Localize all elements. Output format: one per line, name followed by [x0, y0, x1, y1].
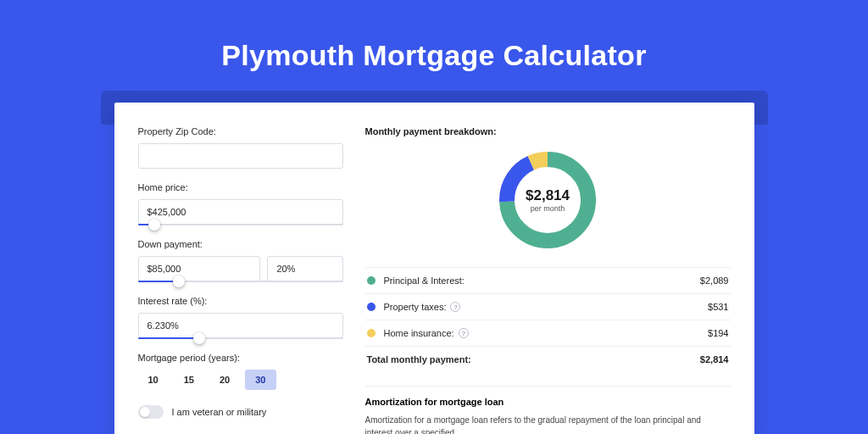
donut-center: $2,814 per month [496, 148, 599, 252]
breakdown-value: $531 [708, 302, 728, 312]
period-option-10[interactable]: 10 [138, 370, 169, 390]
info-icon[interactable]: ? [450, 302, 460, 312]
breakdown-title: Monthly payment breakdown: [365, 126, 731, 136]
breakdown-value: $2,089 [700, 275, 729, 286]
veteran-toggle[interactable] [138, 405, 164, 419]
breakdown-list: Principal & Interest:$2,089Property taxe… [365, 267, 731, 372]
breakdown-row: Property taxes:?$531 [365, 294, 731, 320]
amortization-text: Amortization for a mortgage loan refers … [365, 414, 731, 434]
period-label: Mortgage period (years): [138, 353, 343, 363]
breakdown-label: Home insurance:? [384, 328, 709, 338]
period-options: 10152030 [138, 370, 343, 390]
inputs-column: Property Zip Code: Home price: Down paym… [138, 126, 343, 434]
donut-wrap: $2,814 per month [365, 148, 731, 267]
breakdown-row: Home insurance:?$194 [365, 320, 731, 347]
amortization-section: Amortization for mortgage loan Amortizat… [365, 386, 731, 434]
page-title: Plymouth Mortgage Calculator [0, 0, 868, 91]
breakdown-row: Principal & Interest:$2,089 [365, 268, 731, 294]
down-payment-slider-thumb[interactable] [173, 275, 185, 287]
home-price-slider[interactable] [138, 224, 343, 225]
interest-rate-slider-fill [138, 337, 200, 339]
amortization-title: Amortization for mortgage loan [365, 397, 731, 407]
down-payment-slider[interactable] [138, 281, 343, 282]
calculator-card: Property Zip Code: Home price: Down paym… [114, 103, 754, 434]
interest-rate-slider[interactable] [138, 337, 343, 339]
home-price-slider-thumb[interactable] [148, 219, 160, 231]
veteran-row: I am veteran or military [138, 405, 343, 419]
down-payment-percent-input[interactable] [267, 256, 342, 281]
period-group: Mortgage period (years): 10152030 [138, 353, 343, 390]
breakdown-total-label: Total monthly payment: [367, 354, 700, 364]
home-price-input[interactable] [138, 199, 343, 225]
zip-input[interactable] [138, 143, 343, 169]
period-option-30[interactable]: 30 [245, 370, 275, 390]
breakdown-total-value: $2,814 [700, 354, 729, 364]
period-option-20[interactable]: 20 [209, 370, 240, 390]
legend-dot [367, 276, 376, 285]
breakdown-column: Monthly payment breakdown: $2,814 per mo… [365, 126, 731, 434]
interest-rate-input[interactable] [138, 313, 343, 338]
home-price-group: Home price: [138, 182, 343, 225]
down-payment-amount-input[interactable] [138, 256, 261, 281]
down-payment-group: Down payment: [138, 239, 343, 282]
breakdown-value: $194 [708, 328, 728, 338]
interest-rate-slider-thumb[interactable] [193, 332, 205, 344]
legend-dot [367, 303, 376, 311]
down-payment-label: Down payment: [138, 239, 343, 249]
interest-rate-label: Interest rate (%): [138, 296, 343, 306]
zip-label: Property Zip Code: [138, 126, 343, 136]
breakdown-label: Property taxes:? [384, 302, 709, 312]
zip-group: Property Zip Code: [138, 126, 343, 169]
breakdown-total-row: Total monthly payment:$2,814 [365, 347, 731, 372]
breakdown-label: Principal & Interest: [384, 275, 700, 286]
home-price-label: Home price: [138, 182, 343, 192]
veteran-label: I am veteran or military [172, 407, 267, 417]
interest-rate-group: Interest rate (%): [138, 296, 343, 339]
info-icon[interactable]: ? [459, 328, 469, 338]
donut-sub: per month [531, 204, 565, 213]
payment-donut-chart: $2,814 per month [496, 148, 599, 252]
legend-dot [367, 329, 376, 337]
period-option-15[interactable]: 15 [174, 370, 204, 390]
donut-amount: $2,814 [526, 187, 570, 204]
